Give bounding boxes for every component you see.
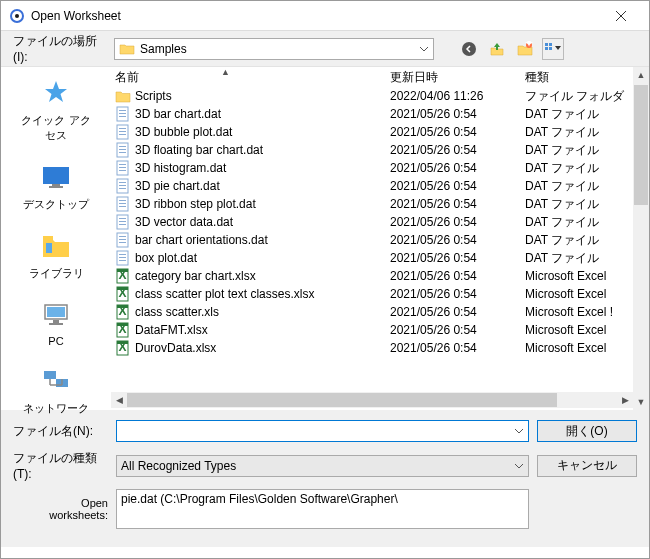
file-row[interactable]: 3D floating bar chart.dat2021/05/26 0:54…: [111, 141, 649, 159]
filetype-select[interactable]: All Recognized Types: [116, 455, 529, 477]
view-menu-button[interactable]: [542, 38, 564, 60]
file-type: Microsoft Excel !: [525, 305, 625, 319]
svg-text:X: X: [118, 340, 126, 354]
file-row[interactable]: XDurovData.xlsx2021/05/26 0:54Microsoft …: [111, 339, 649, 357]
file-row[interactable]: Xclass scatter plot text classes.xlsx202…: [111, 285, 649, 303]
svg-rect-8: [549, 43, 552, 46]
folder-icon: [119, 41, 135, 57]
scroll-down-icon[interactable]: ▼: [633, 394, 649, 410]
filename-input[interactable]: [116, 420, 529, 442]
file-name: 3D pie chart.dat: [135, 179, 220, 193]
svg-point-4: [462, 42, 476, 56]
svg-rect-38: [119, 164, 126, 165]
cancel-button[interactable]: キャンセル: [537, 455, 637, 477]
window-title: Open Worksheet: [31, 9, 601, 23]
dat-icon: [115, 196, 131, 212]
file-type: Microsoft Excel: [525, 287, 625, 301]
file-type: DAT ファイル: [525, 178, 625, 195]
dat-icon: [115, 214, 131, 230]
file-name: class scatter.xls: [135, 305, 219, 319]
svg-rect-13: [49, 186, 63, 188]
svg-rect-52: [119, 224, 126, 225]
col-name[interactable]: 名前: [115, 69, 390, 86]
scroll-thumb[interactable]: [634, 85, 648, 205]
new-folder-button[interactable]: ✦: [514, 38, 536, 60]
xls-icon: X: [115, 286, 131, 302]
bottom-panel: ファイル名(N): 開く(O) ファイルの種類(T): All Recogniz…: [1, 410, 649, 547]
svg-rect-19: [49, 323, 63, 325]
place-label: クイック アクセス: [16, 113, 96, 143]
file-date: 2021/05/26 0:54: [390, 161, 525, 175]
svg-rect-60: [119, 260, 126, 261]
file-type: Microsoft Excel: [525, 323, 625, 337]
horizontal-scrollbar[interactable]: ◀ ▶: [111, 392, 649, 408]
close-button[interactable]: [601, 2, 641, 30]
scroll-right-icon[interactable]: ▶: [617, 395, 633, 405]
place-network[interactable]: ネットワーク: [16, 365, 96, 416]
location-label: ファイルの場所(I):: [13, 33, 108, 64]
place-desktop[interactable]: デスクトップ: [16, 161, 96, 212]
file-date: 2021/05/26 0:54: [390, 143, 525, 157]
back-button[interactable]: [458, 38, 480, 60]
filename-field[interactable]: [121, 421, 504, 441]
column-headers[interactable]: 名前 ▲ 更新日時 種類: [111, 67, 649, 87]
file-row[interactable]: 3D vector data.dat2021/05/26 0:54DAT ファイ…: [111, 213, 649, 231]
file-row[interactable]: Xclass scatter.xls2021/05/26 0:54Microso…: [111, 303, 649, 321]
folder-dropdown[interactable]: Samples: [114, 38, 434, 60]
place-label: ネットワーク: [23, 401, 89, 416]
svg-rect-51: [119, 221, 126, 222]
chevron-down-icon[interactable]: [514, 460, 524, 474]
up-button[interactable]: [486, 38, 508, 60]
svg-rect-18: [53, 320, 59, 323]
svg-rect-14: [43, 236, 53, 240]
file-row[interactable]: bar chart orientations.dat2021/05/26 0:5…: [111, 231, 649, 249]
svg-rect-36: [119, 152, 126, 153]
file-date: 2021/05/26 0:54: [390, 269, 525, 283]
xls-icon: X: [115, 268, 131, 284]
file-row[interactable]: box plot.dat2021/05/26 0:54DAT ファイル: [111, 249, 649, 267]
open-button[interactable]: 開く(O): [537, 420, 637, 442]
file-name: 3D vector data.dat: [135, 215, 233, 229]
file-row[interactable]: 3D histogram.dat2021/05/26 0:54DAT ファイル: [111, 159, 649, 177]
svg-rect-50: [119, 218, 126, 219]
open-worksheets-list[interactable]: pie.dat (C:\Program Files\Golden Softwar…: [116, 489, 529, 529]
svg-rect-30: [119, 128, 126, 129]
place-quickaccess[interactable]: クイック アクセス: [16, 77, 96, 143]
col-date[interactable]: 更新日時: [390, 69, 525, 86]
svg-rect-58: [119, 254, 126, 255]
file-row[interactable]: 3D bar chart.dat2021/05/26 0:54DAT ファイル: [111, 105, 649, 123]
dat-icon: [115, 106, 131, 122]
pc-icon: [40, 299, 72, 331]
svg-text:X: X: [118, 268, 126, 282]
chevron-down-icon[interactable]: [514, 425, 524, 439]
file-row[interactable]: 3D pie chart.dat2021/05/26 0:54DAT ファイル: [111, 177, 649, 195]
file-type: Microsoft Excel: [525, 341, 625, 355]
app-icon: [9, 8, 25, 24]
file-row[interactable]: 3D bubble plot.dat2021/05/26 0:54DAT ファイ…: [111, 123, 649, 141]
file-row[interactable]: Xcategory bar chart.xlsx2021/05/26 0:54M…: [111, 267, 649, 285]
place-libraries[interactable]: ライブラリ: [16, 230, 96, 281]
svg-rect-54: [119, 236, 126, 237]
place-pc[interactable]: PC: [16, 299, 96, 347]
file-name: Scripts: [135, 89, 172, 103]
file-type: Microsoft Excel: [525, 269, 625, 283]
file-row[interactable]: 3D ribbon step plot.dat2021/05/26 0:54DA…: [111, 195, 649, 213]
file-row[interactable]: XDataFMT.xlsx2021/05/26 0:54Microsoft Ex…: [111, 321, 649, 339]
file-type: DAT ファイル: [525, 232, 625, 249]
file-type: DAT ファイル: [525, 106, 625, 123]
file-date: 2021/05/26 0:54: [390, 125, 525, 139]
place-label: ライブラリ: [29, 266, 84, 281]
file-name: DurovData.xlsx: [135, 341, 216, 355]
scroll-left-icon[interactable]: ◀: [111, 395, 127, 405]
scroll-up-icon[interactable]: ▲: [633, 67, 649, 83]
file-row[interactable]: Scripts2022/04/06 11:26ファイル フォルダー: [111, 87, 649, 105]
svg-rect-32: [119, 134, 126, 135]
libraries-icon: [40, 230, 72, 262]
col-type[interactable]: 種類: [525, 69, 625, 86]
vertical-scrollbar[interactable]: ▲ ▼: [633, 67, 649, 410]
scroll-thumb[interactable]: [127, 393, 557, 407]
svg-rect-40: [119, 170, 126, 171]
sort-indicator-icon: ▲: [221, 67, 230, 77]
file-type: DAT ファイル: [525, 214, 625, 231]
file-date: 2021/05/26 0:54: [390, 251, 525, 265]
